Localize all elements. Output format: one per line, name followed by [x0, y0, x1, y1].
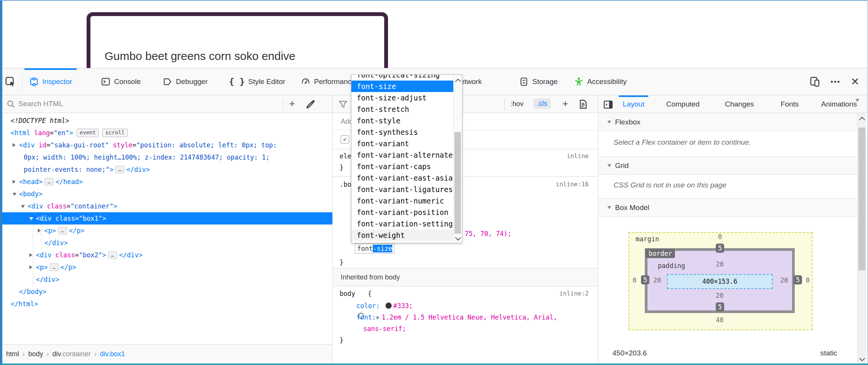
expand-icon[interactable] [38, 229, 41, 233]
badge-event[interactable]: event [77, 129, 99, 137]
rule-selector[interactable]: body [340, 288, 355, 299]
search-html-input[interactable]: Search HTML [18, 100, 63, 108]
markup-row[interactable]: </div> [0, 273, 332, 286]
responsive-design-mode-button[interactable] [807, 74, 822, 89]
markup-row[interactable]: <!DOCTYPE html> [0, 115, 332, 127]
markup-row[interactable]: 0px; width: 100%; height…100%; z-index: … [0, 151, 332, 163]
breadcrumb-item-box1[interactable]: div.box1 [100, 350, 125, 358]
color-swatch[interactable] [385, 302, 392, 309]
print-simulation-icon[interactable] [578, 99, 588, 110]
padding-bottom-value[interactable]: 20 [716, 292, 723, 299]
box-model-content-box[interactable]: 400×153.6 [667, 274, 773, 289]
scroll-down-icon[interactable] [455, 235, 461, 241]
new-property-input[interactable]: font-size [355, 244, 395, 254]
panel-splitter[interactable] [332, 95, 333, 365]
autocomplete-item[interactable]: font-variant-position [351, 207, 454, 218]
expand-value-icon[interactable] [377, 316, 380, 320]
autocomplete-item[interactable]: font-variant-alternates [351, 149, 454, 161]
flexbox-section-header[interactable]: Flexbox [598, 113, 858, 131]
tab-style-editor[interactable]: { } Style Editor [224, 68, 290, 95]
margin-right-value[interactable]: 0 [806, 276, 810, 284]
markup-row[interactable]: </div> [0, 237, 332, 249]
autocomplete-item[interactable]: font-variant-numeric [351, 195, 454, 207]
border-left-value[interactable]: 5 [641, 275, 649, 284]
css-declaration[interactable]: font:1.2em / 1.5 Helvetica Neue, Helveti… [356, 312, 557, 323]
expand-icon[interactable] [29, 265, 32, 269]
collapse-icon[interactable] [21, 205, 25, 208]
autocomplete-item[interactable]: font-variant-east-asian [351, 172, 454, 184]
eyedropper-button[interactable] [305, 99, 316, 110]
tab-console[interactable]: Console [96, 68, 145, 95]
devtools-menu-button[interactable] [828, 74, 842, 89]
pick-element-button[interactable] [3, 74, 18, 89]
expand-icon[interactable] [13, 180, 16, 184]
autocomplete-scrollbar[interactable] [453, 75, 462, 243]
markup-row[interactable]: </html> [0, 298, 332, 310]
padding-right-value[interactable]: 20 [780, 276, 788, 284]
class-panel-button[interactable]: .cls [533, 99, 551, 109]
autocomplete-item[interactable]: font-size [351, 81, 454, 92]
autocomplete-item[interactable]: font-stretch [351, 103, 454, 115]
collapse-icon[interactable] [29, 217, 33, 220]
border-top-value[interactable]: 5 [716, 244, 724, 253]
border-right-value[interactable]: 5 [794, 275, 802, 284]
inline-expander-icon[interactable]: … [58, 227, 67, 234]
css-declaration[interactable]: color: #333; [356, 300, 413, 312]
scrollbar-thumb[interactable] [858, 128, 865, 270]
markup-row[interactable]: <p>…</p> [0, 261, 332, 273]
markup-row[interactable]: <div id="saka-gui-root" style="position:… [0, 139, 332, 151]
badge-scroll[interactable]: scroll [102, 129, 128, 137]
panel-splitter[interactable] [598, 95, 598, 365]
markup-row[interactable]: <div class="container"> [0, 200, 332, 212]
tab-animations[interactable]: Animations [817, 95, 861, 113]
autocomplete-item[interactable]: font-optical-sizing [351, 74, 454, 81]
rule-source-link[interactable]: inline:2 [559, 288, 589, 299]
tab-storage[interactable]: Storage [514, 68, 562, 95]
markup-row[interactable]: <p>…</p> [0, 224, 332, 237]
autocomplete-item[interactable]: font-variant-ligatures [351, 184, 454, 195]
all-tabs-chevron-icon[interactable] [855, 102, 859, 109]
autocomplete-item[interactable]: font-variation-settings [351, 218, 454, 229]
grid-section-header[interactable]: Grid [598, 157, 858, 175]
autocomplete-item[interactable]: font-variant [351, 138, 454, 149]
rule-source-link[interactable]: inline [567, 150, 589, 162]
inline-expander-icon[interactable]: … [50, 263, 59, 271]
tab-changes[interactable]: Changes [721, 95, 758, 113]
breadcrumb-item-body[interactable]: body [28, 350, 43, 358]
autocomplete-item[interactable]: font-size-adjust [351, 92, 454, 103]
sidebar-toggle-button[interactable] [603, 99, 614, 110]
markup-row[interactable]: <div class="box2">…</div> [0, 249, 332, 261]
margin-left-value[interactable]: 0 [633, 276, 636, 284]
tab-computed[interactable]: Computed [662, 95, 704, 113]
autocomplete-item[interactable]: font-variant-caps [351, 161, 454, 172]
inline-expander-icon[interactable]: … [115, 166, 124, 173]
add-rule-button[interactable]: + [562, 98, 568, 110]
markup-row[interactable]: pointer-events: none;">…</div> [0, 163, 332, 176]
inline-expander-icon[interactable]: … [108, 251, 117, 259]
tab-inspector[interactable]: Inspector [24, 68, 77, 95]
markup-row[interactable]: <body> [0, 188, 332, 200]
markup-row[interactable]: </body> [0, 286, 332, 298]
tab-performance[interactable]: Performance [296, 68, 360, 95]
tab-fonts[interactable]: Fonts [777, 95, 803, 113]
autocomplete-item[interactable]: font-synthesis [351, 126, 454, 138]
padding-left-value[interactable]: 20 [653, 276, 661, 284]
expand-icon[interactable] [13, 143, 16, 147]
markup-row[interactable]: <head>…</head> [0, 176, 332, 188]
scroll-up-icon[interactable] [455, 79, 461, 85]
scrollbar-thumb[interactable] [454, 132, 461, 234]
expand-icon[interactable] [29, 253, 32, 257]
class-checkbox[interactable]: ✓ [341, 135, 349, 144]
box-model-section-header[interactable]: Box Model [598, 199, 858, 217]
scroll-down-icon[interactable] [859, 355, 865, 362]
margin-top-value[interactable]: 0 [718, 233, 722, 241]
markup-row[interactable]: <html lang="en">eventscroll [0, 127, 332, 139]
breadcrumb-item-html[interactable]: html [6, 350, 19, 358]
rule-source-link[interactable]: inline:16 [556, 179, 589, 190]
sidebar-scrollbar[interactable] [857, 113, 866, 363]
autocomplete-item[interactable]: font-style [351, 115, 454, 126]
tab-debugger[interactable]: Debugger [158, 68, 212, 95]
padding-top-value[interactable]: 20 [716, 260, 723, 268]
markup-row[interactable]: <div class="box1"> [0, 212, 332, 224]
scroll-up-icon[interactable] [859, 117, 865, 123]
